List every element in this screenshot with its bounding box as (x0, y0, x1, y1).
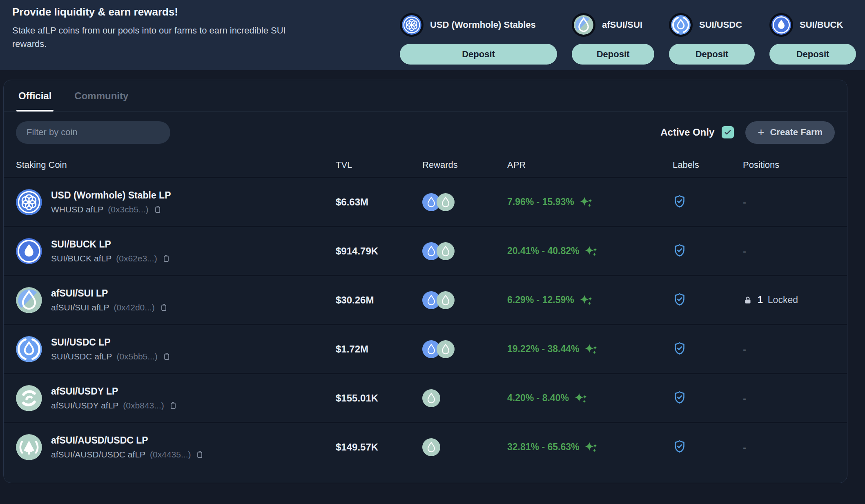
deposit-cards: USD (Wormhole) Stables Deposit afSUI/SUI… (400, 6, 856, 70)
coin-symbol: afSUI/USDY afLP (51, 401, 118, 410)
deposit-button-sui-buck[interactable]: Deposit (769, 44, 856, 65)
table-row[interactable]: USD (Wormhole) Stable LP WHUSD afLP (0x3… (4, 177, 847, 226)
tvl-value: $914.79K (336, 245, 422, 257)
deposit-button-sui-usdc[interactable]: Deposit (669, 44, 755, 65)
positions-value: - (743, 343, 847, 355)
positions-value: - (743, 392, 847, 404)
apr-range: 32.81% - 65.63% (507, 442, 579, 453)
active-only-label: Active Only (660, 127, 714, 138)
sparkles-icon (580, 196, 593, 209)
coin-address: (0x4435...) (150, 450, 191, 459)
deposit-card-name: USD (Wormhole) Stables (430, 20, 536, 30)
coin-address: (0xb843...) (123, 401, 164, 410)
tab-community[interactable]: Community (74, 80, 128, 112)
copy-address-icon[interactable] (153, 205, 162, 214)
deposit-card-name: SUI/USDC (699, 20, 742, 30)
table-row[interactable]: SUI/BUCK LP SUI/BUCK afLP (0x62e3...) $9… (4, 226, 847, 275)
apr-range: 4.20% - 8.40% (507, 392, 569, 404)
table-row[interactable]: afSUI/SUI LP afSUI/SUI afLP (0x42d0...) … (4, 275, 847, 324)
coin-symbol: SUI/BUCK afLP (51, 254, 111, 263)
table-row[interactable]: afSUI/AUSD/USDC LP afSUI/AUSD/USDC afLP … (4, 422, 847, 471)
locked-count: 1 (758, 294, 763, 306)
sui-buck-coin-icon (769, 13, 793, 37)
copy-address-icon[interactable] (162, 254, 171, 263)
page-title: Provide liquidity & earn rewards! (12, 6, 288, 18)
farms-panel: Official Community Active Only + Create … (3, 80, 847, 483)
coin-address: (0x5bb5...) (116, 352, 157, 361)
copy-address-icon[interactable] (159, 303, 168, 312)
afsui-reward-icon (422, 389, 440, 407)
coin-name: SUI/USDC LP (51, 337, 171, 348)
active-only-checkbox[interactable] (722, 126, 734, 138)
afsui-sui-coin-icon (16, 287, 42, 313)
col-labels: Labels (673, 160, 743, 170)
apr-range: 7.96% - 15.93% (507, 196, 574, 207)
apr-range: 6.29% - 12.59% (507, 294, 574, 306)
coin-symbol: WHUSD afLP (51, 205, 103, 214)
deposit-card-name: afSUI/SUI (602, 20, 642, 30)
verified-shield-icon (673, 390, 687, 404)
coin-name: USD (Wormhole) Stable LP (51, 190, 171, 201)
afsui-reward-icon (437, 340, 455, 358)
coin-symbol: afSUI/AUSD/USDC afLP (51, 450, 145, 459)
positions-value: - (743, 196, 847, 208)
sparkles-icon (585, 441, 598, 454)
plus-icon: + (758, 127, 764, 138)
verified-shield-icon (673, 243, 687, 257)
afsui-reward-icon (422, 438, 440, 456)
afsui-reward-icon (437, 242, 455, 260)
apr-range: 19.22% - 38.44% (507, 343, 579, 355)
col-apr: APR (507, 160, 673, 170)
col-staking-coin: Staking Coin (16, 160, 336, 170)
locked-label: Locked (768, 294, 798, 306)
sparkles-icon (585, 343, 598, 356)
tab-official[interactable]: Official (18, 80, 51, 112)
afsui-sui-coin-icon (572, 13, 595, 37)
filter-by-coin-input[interactable] (16, 121, 170, 144)
deposit-button-usd-wormhole-stables[interactable]: Deposit (400, 44, 557, 65)
coin-name: SUI/BUCK LP (51, 239, 171, 250)
coin-symbol: SUI/USDC afLP (51, 352, 112, 361)
sparkles-icon (575, 392, 588, 405)
verified-shield-icon (673, 194, 687, 208)
coin-name: afSUI/AUSD/USDC LP (51, 435, 204, 446)
coin-address: (0x42d0...) (114, 303, 154, 312)
table-row[interactable]: SUI/USDC LP SUI/USDC afLP (0x5bb5...) $1… (4, 324, 847, 373)
verified-shield-icon (673, 341, 687, 355)
coin-symbol: afSUI/SUI afLP (51, 303, 109, 312)
sparkles-icon (585, 245, 598, 258)
promo-banner: Provide liquidity & earn rewards! Stake … (0, 0, 865, 70)
wormhole-coin-icon (400, 13, 424, 37)
verified-shield-icon (673, 439, 687, 453)
deposit-button-afsui-sui[interactable]: Deposit (572, 44, 654, 65)
tvl-value: $149.57K (336, 442, 422, 453)
sparkles-icon (580, 294, 593, 307)
sui-usdc-coin-icon (16, 336, 42, 362)
coin-name: afSUI/SUI LP (51, 288, 168, 299)
wormhole-coin-icon (16, 189, 42, 215)
positions-value: - (743, 442, 847, 453)
deposit-card-afsui-sui: afSUI/SUI Deposit (572, 6, 654, 70)
copy-address-icon[interactable] (162, 352, 171, 361)
filter-row: Active Only + Create Farm (4, 112, 847, 153)
coin-address: (0x62e3...) (116, 254, 157, 263)
deposit-card-sui-buck: SUI/BUCK Deposit (769, 6, 856, 70)
copy-address-icon[interactable] (169, 401, 178, 410)
col-tvl: TVL (336, 160, 422, 170)
create-farm-button[interactable]: + Create Farm (745, 121, 835, 144)
coin-name: afSUI/USDY LP (51, 386, 178, 397)
tvl-value: $1.72M (336, 343, 422, 355)
afsui-reward-icon (437, 291, 455, 309)
afsui-ausd-usdc-coin-icon (16, 434, 42, 460)
table-row[interactable]: afSUI/USDY LP afSUI/USDY afLP (0xb843...… (4, 373, 847, 422)
deposit-card-usd-wormhole-stables: USD (Wormhole) Stables Deposit (400, 6, 557, 70)
afsui-reward-icon (437, 193, 455, 211)
deposit-card-name: SUI/BUCK (800, 20, 843, 30)
tvl-value: $30.26M (336, 294, 422, 306)
positions-value: - (743, 245, 847, 257)
deposit-card-sui-usdc: SUI/USDC Deposit (669, 6, 755, 70)
copy-address-icon[interactable] (195, 450, 204, 459)
tab-bar: Official Community (4, 80, 847, 112)
afsui-usdy-coin-icon (16, 385, 42, 411)
tvl-value: $6.63M (336, 196, 422, 208)
